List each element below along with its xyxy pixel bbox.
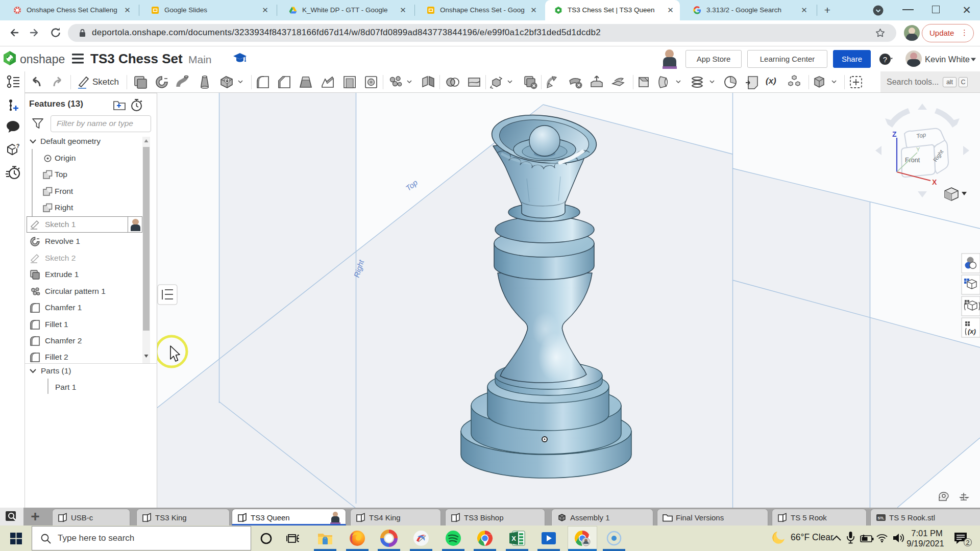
svg-text:?: ? xyxy=(883,55,887,64)
svg-text:?: ? xyxy=(16,143,20,149)
svg-text:Z: Z xyxy=(892,130,897,138)
svg-text:STL: STL xyxy=(877,516,885,520)
svg-text:(x): (x) xyxy=(968,328,976,335)
svg-text:Front: Front xyxy=(905,157,920,164)
svg-text:Y: Y xyxy=(916,146,920,153)
svg-text:X: X xyxy=(932,178,937,186)
svg-text:2: 2 xyxy=(966,539,970,546)
svg-text:X: X xyxy=(511,535,516,542)
